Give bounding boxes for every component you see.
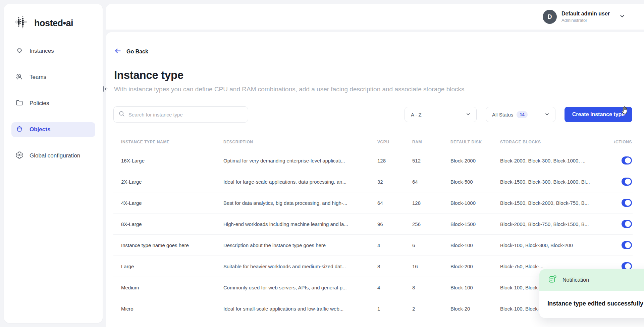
row-enabled-toggle[interactable] — [622, 241, 632, 249]
topbar: D Default admin user Administrator — [106, 4, 644, 30]
cell-description: Ideal for large-scale applications, data… — [216, 179, 370, 185]
cell-vcpu: 4 — [370, 242, 405, 248]
col-header-vcpu: VCPU — [370, 140, 405, 144]
cell-vcpu: 4 — [370, 285, 405, 290]
cell-name: 2X-Large — [113, 179, 216, 185]
sidebar-item-label: Instances — [30, 48, 54, 54]
cell-ram: 128 — [405, 200, 443, 206]
sort-dropdown[interactable]: A - Z — [405, 107, 477, 122]
toast-message: Instance type edited successfully — [539, 291, 644, 318]
search-input[interactable] — [128, 112, 243, 118]
cell-name: Large — [113, 264, 216, 269]
user-role: Administrator — [561, 18, 610, 23]
cell-description: Best for data analytics, big data proces… — [216, 200, 370, 206]
cell-storage-blocks: Block-2000, Block-750, Block-1500, B... — [492, 221, 614, 227]
table-row[interactable]: 2X-Large Ideal for large-scale applicati… — [113, 171, 633, 192]
col-header-storage-blocks: Storage blocks — [492, 140, 614, 144]
row-enabled-toggle[interactable] — [622, 156, 632, 165]
cell-description: Optimal for very demanding enterprise-le… — [216, 158, 370, 164]
user-menu[interactable]: D Default admin user Administrator — [543, 9, 625, 25]
user-name: Default admin user — [561, 11, 610, 17]
toast-title: Notification — [562, 277, 589, 283]
brand-logo-icon — [15, 15, 30, 31]
gear-icon — [15, 151, 23, 161]
sidebar-item-label: Policies — [30, 100, 49, 107]
create-instance-type-button[interactable]: Create instance type — [565, 107, 632, 122]
col-header-description: Description — [216, 140, 370, 144]
cell-default-disk: Block-1000 — [443, 200, 492, 206]
cell-default-disk: Block-2000 — [443, 158, 492, 164]
arrow-left-icon — [114, 47, 122, 56]
status-count-badge: 14 — [517, 111, 527, 118]
sidebar-item-instances[interactable]: Instances — [11, 44, 95, 58]
table-row[interactable]: Instance type name goes here Description… — [113, 235, 633, 256]
col-header-ram: RAM — [405, 140, 443, 144]
cell-name: Instance type name goes here — [113, 242, 216, 248]
objects-icon — [15, 125, 23, 135]
avatar: D — [543, 10, 557, 24]
row-enabled-toggle[interactable] — [622, 178, 632, 186]
cell-storage-blocks: Block-750, Block-... — [492, 264, 614, 269]
cell-ram: 8 — [405, 285, 443, 290]
toast-header: Notification — [539, 269, 644, 291]
cell-ram: 256 — [405, 221, 443, 227]
cell-vcpu: 8 — [370, 264, 405, 269]
folder-icon — [15, 99, 23, 108]
sidebar-nav: Instances Teams Policies — [11, 44, 95, 163]
sidebar: hosted•ai Instances Teams — [4, 4, 103, 323]
chevron-down-icon — [619, 13, 625, 20]
sidebar-item-policies[interactable]: Policies — [11, 96, 95, 111]
cell-ram: 512 — [405, 158, 443, 164]
cell-default-disk: Block-20 — [443, 306, 492, 312]
sidebar-collapse-icon[interactable] — [102, 85, 110, 94]
cell-default-disk: Block-100 — [443, 242, 492, 248]
notification-toast: Notification Instance type edited succes… — [539, 269, 644, 318]
cell-storage-blocks: Block-100, Block-300, Block-200 — [492, 242, 614, 248]
table-row[interactable]: 8X-Large High-end workloads including ma… — [113, 214, 633, 235]
row-enabled-toggle[interactable] — [622, 220, 632, 228]
status-value: All Status — [492, 112, 513, 118]
cell-default-disk: Block-100 — [443, 285, 492, 290]
col-header-actions: Actions — [614, 140, 633, 144]
cell-vcpu: 64 — [370, 200, 405, 206]
users-icon — [15, 73, 23, 82]
cell-name: Medium — [113, 285, 216, 290]
notification-icon — [547, 274, 557, 286]
cell-default-disk: Block-1500 — [443, 221, 492, 227]
cell-default-disk: Block-200 — [443, 264, 492, 269]
status-filter-dropdown[interactable]: All Status 14 — [486, 107, 555, 122]
diamond-icon — [15, 46, 23, 56]
cell-default-disk: Block-500 — [443, 179, 492, 185]
sidebar-item-objects[interactable]: Objects — [11, 122, 95, 137]
go-back-button[interactable]: Go Back — [114, 47, 148, 56]
brand-name: hosted•ai — [34, 18, 73, 29]
sidebar-item-label: Global configuration — [30, 152, 80, 159]
cell-vcpu: 96 — [370, 221, 405, 227]
page-title: Instance type — [114, 69, 644, 82]
sidebar-item-label: Teams — [30, 74, 46, 81]
cell-name: Micro — [113, 306, 216, 312]
brand-logo[interactable]: hosted•ai — [11, 13, 95, 33]
cell-storage-blocks: Block-1500, Block-300, Block-1000, Bl... — [492, 179, 614, 185]
cell-name: 16X-Large — [113, 158, 216, 164]
cell-ram: 16 — [405, 264, 443, 269]
cell-vcpu: 1 — [370, 306, 405, 312]
row-enabled-toggle[interactable] — [622, 199, 632, 207]
cell-ram: 64 — [405, 179, 443, 185]
search-icon — [118, 110, 125, 119]
table-row[interactable]: 4X-Large Best for data analytics, big da… — [113, 192, 633, 214]
cell-storage-blocks: Block-2000, Block-300, Block-1000, ... — [492, 158, 614, 164]
cell-description: Commonly used for web servers, APIs, and… — [216, 285, 370, 290]
cell-description: Description about the instance type goes… — [216, 242, 370, 248]
sidebar-item-global-configuration[interactable]: Global configuration — [11, 148, 95, 163]
cell-description: Suitable for heavier workloads and mediu… — [216, 264, 370, 269]
search-box — [113, 106, 248, 123]
table-row[interactable]: 16X-Large Optimal for very demanding ent… — [113, 150, 633, 171]
sidebar-item-teams[interactable]: Teams — [11, 70, 95, 85]
page-subtitle: With instance types you can define CPU a… — [114, 86, 644, 93]
cell-storage-blocks: Block-1500, Block-2000, Block-750, B... — [492, 200, 614, 206]
col-header-default-disk: Default disk — [443, 140, 492, 144]
cell-ram: 6 — [405, 242, 443, 248]
chevron-down-icon — [544, 111, 550, 118]
table-header-row: Instance type name Description VCPU RAM … — [113, 134, 633, 150]
